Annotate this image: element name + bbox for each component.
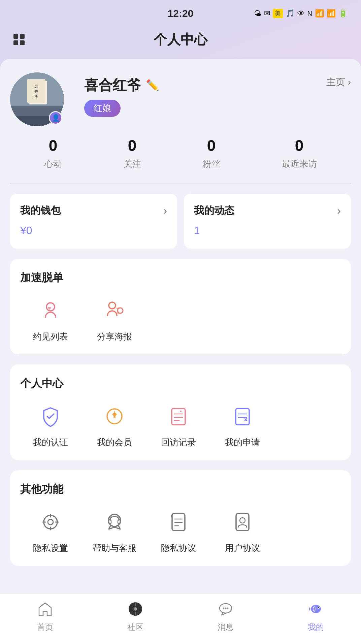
privacy-settings-icon-circle <box>35 507 66 537</box>
wallet-card-header: 我的钱包 › <box>20 204 167 218</box>
svg-point-8 <box>46 303 55 311</box>
meet-label: 约见列表 <box>33 331 68 343</box>
main-content: 远 香 遥 👤 喜合红爷 ✏️ <box>0 59 361 632</box>
stat-number-follow: 0 <box>128 136 137 155</box>
wifi-icon: 📶 <box>315 9 324 18</box>
other-title: 其他功能 <box>20 482 341 497</box>
profile-info: 喜合红爷 ✏️ 红娘 <box>84 72 159 117</box>
svg-point-21 <box>48 519 53 525</box>
revisit-icon-circle <box>163 401 194 431</box>
menu-button[interactable] <box>13 34 25 45</box>
profile-name: 喜合红爷 <box>84 76 141 95</box>
dynamic-arrow: › <box>337 204 341 217</box>
svg-point-39 <box>223 607 225 609</box>
revisit-label: 回访记录 <box>161 437 196 448</box>
nav-item-home[interactable]: 首页 <box>0 599 90 633</box>
dynamic-card[interactable]: 我的动态 › 1 <box>184 194 351 249</box>
homepage-link[interactable]: 主页 › <box>326 76 351 89</box>
icon-item-help[interactable]: 帮助与客服 <box>84 507 145 554</box>
avatar-badge: 👤 <box>49 111 62 125</box>
dynamic-card-header: 我的动态 › <box>194 204 341 218</box>
page-header: 个人中心 <box>0 27 361 56</box>
privacy-policy-icon-circle <box>163 507 194 537</box>
cert-label: 我的认证 <box>33 437 68 448</box>
profile-left: 远 香 遥 👤 喜合红爷 ✏️ <box>10 72 159 126</box>
svg-point-34 <box>240 518 245 523</box>
community-icon <box>125 599 145 619</box>
battery-icon: 🔋 <box>338 9 348 18</box>
profile-tag: 红娘 <box>84 100 121 117</box>
privacy-policy-label: 隐私协议 <box>161 542 196 554</box>
svg-rect-12 <box>172 409 185 425</box>
home-icon <box>35 599 55 619</box>
stat-label-heartbeat: 心动 <box>44 158 62 170</box>
stat-number-visitors: 0 <box>295 136 304 155</box>
icon-item-apply[interactable]: 我的申请 <box>212 401 273 448</box>
app-icon1: 美 <box>273 9 283 18</box>
weather-icon: 🌤 <box>254 9 261 18</box>
icon-item-user-agreement[interactable]: 用户协议 <box>212 507 273 554</box>
icon-item-privacy-policy[interactable]: 隐私协议 <box>148 507 209 554</box>
homepage-arrow: › <box>348 77 351 88</box>
status-bar: 12:20 🌤 ✉ 美 🎵 👁 N 📶 📶 🔋 <box>0 0 361 27</box>
svg-text:远: 远 <box>34 84 38 88</box>
bottom-nav: 首页 社区 消息 <box>0 593 361 644</box>
dynamic-title: 我的动态 <box>194 204 234 218</box>
edit-icon[interactable]: ✏️ <box>146 79 159 92</box>
stat-fans[interactable]: 0 粉丝 <box>203 136 220 170</box>
mail-icon: ✉ <box>264 9 270 18</box>
other-section: 其他功能 隐私设置 <box>10 470 351 566</box>
user-agreement-label: 用户协议 <box>225 542 260 554</box>
member-label: 我的会员 <box>97 437 132 448</box>
member-icon-circle <box>99 401 130 431</box>
nav-item-community[interactable]: 社区 <box>90 599 180 633</box>
nav-label-profile: 我的 <box>308 622 324 633</box>
stat-follow[interactable]: 0 关注 <box>124 136 141 170</box>
wallet-card[interactable]: 我的钱包 › ¥0 <box>10 194 177 249</box>
svg-point-16 <box>180 411 182 412</box>
cards-row: 我的钱包 › ¥0 我的动态 › 1 <box>10 194 351 249</box>
icon-item-revisit[interactable]: 回访记录 <box>148 401 209 448</box>
stat-visitors[interactable]: 0 最近来访 <box>282 136 317 170</box>
svg-point-40 <box>225 607 227 609</box>
wallet-value: ¥0 <box>20 224 32 236</box>
dynamic-value: 1 <box>194 224 200 236</box>
homepage-label: 主页 <box>326 76 345 89</box>
share-icon-circle <box>99 295 130 326</box>
help-icon-circle <box>99 507 130 537</box>
cert-icon-circle <box>35 401 66 431</box>
icon-item-meet[interactable]: 约见列表 <box>20 295 81 343</box>
avatar-wrapper[interactable]: 远 香 遥 👤 <box>10 72 64 126</box>
profile-nav-icon <box>306 599 326 619</box>
icon-item-share[interactable]: 分享海报 <box>84 295 145 343</box>
stat-number-heartbeat: 0 <box>49 136 58 155</box>
icon-item-member[interactable]: 我的会员 <box>84 401 145 448</box>
stat-label-visitors: 最近来访 <box>282 158 317 170</box>
wallet-arrow: › <box>163 204 167 217</box>
stat-heartbeat[interactable]: 0 心动 <box>44 136 62 170</box>
nav-item-profile[interactable]: 我的 <box>271 599 361 633</box>
personal-title: 个人中心 <box>20 376 341 391</box>
nav-label-home: 首页 <box>37 622 53 633</box>
message-icon <box>216 599 236 619</box>
help-label: 帮助与客服 <box>93 542 136 554</box>
svg-point-41 <box>227 607 229 609</box>
stat-label-fans: 粉丝 <box>203 158 220 170</box>
svg-point-10 <box>118 308 123 313</box>
profile-section: 远 香 遥 👤 喜合红爷 ✏️ <box>10 72 351 126</box>
svg-text:遥: 遥 <box>34 94 38 98</box>
user-agreement-icon-circle <box>227 507 258 537</box>
icon-item-privacy-settings[interactable]: 隐私设置 <box>20 507 81 554</box>
meet-icon-circle <box>35 295 66 326</box>
apply-label: 我的申请 <box>225 437 260 448</box>
personal-grid: 我的认证 我的会员 <box>20 401 341 448</box>
status-icons: 🌤 ✉ 美 🎵 👁 N 📶 📶 🔋 <box>254 9 348 18</box>
nav-item-message[interactable]: 消息 <box>180 599 271 633</box>
profile-name-row: 喜合红爷 ✏️ <box>84 76 159 95</box>
nfc-icon: N <box>307 10 312 18</box>
icon-item-cert[interactable]: 我的认证 <box>20 401 81 448</box>
stats-row: 0 心动 0 关注 0 粉丝 0 最近来访 <box>10 126 351 184</box>
svg-text:香: 香 <box>34 89 38 93</box>
badge-icon: 👤 <box>52 114 60 122</box>
other-grid: 隐私设置 帮助与客服 <box>20 507 341 554</box>
